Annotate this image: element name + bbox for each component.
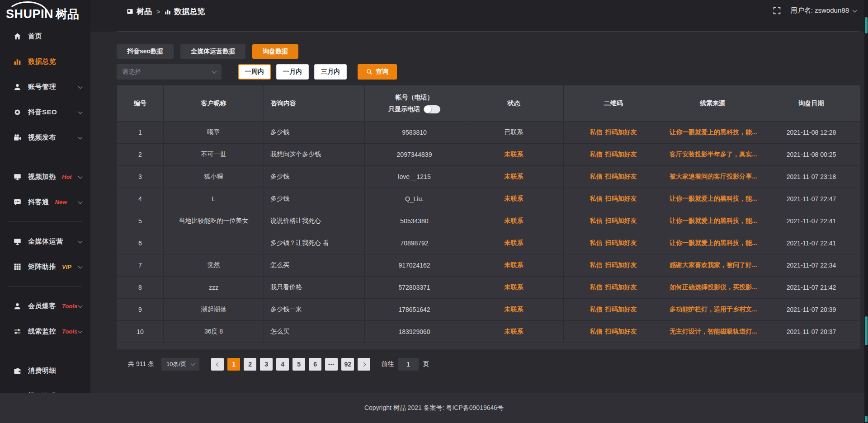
- vertical-scrollbar[interactable]: [864, 0, 868, 423]
- scan-add-friend-link[interactable]: 扫码加好友: [605, 128, 637, 136]
- sidebar-item-douketong[interactable]: 抖客通 New: [0, 189, 90, 215]
- page-button-2[interactable]: 2: [244, 358, 256, 371]
- private-message-link[interactable]: 私信: [590, 239, 603, 247]
- cell-source[interactable]: 让你一眼就爱上的黑科技，能...: [663, 122, 762, 144]
- private-message-link[interactable]: 私信: [590, 328, 603, 336]
- fullscreen-icon[interactable]: [773, 7, 781, 14]
- cell-source[interactable]: 客厅安装投影半年多了，真实...: [663, 144, 762, 166]
- private-message-link[interactable]: 私信: [590, 173, 603, 181]
- cell-qrcode: 私信扫码加好友: [564, 188, 663, 210]
- filter-select[interactable]: 请选择: [117, 64, 222, 80]
- range-three-months-button[interactable]: 三月内: [314, 64, 347, 80]
- sidebar-item-douyin-seo[interactable]: 抖音SEO: [0, 99, 90, 125]
- page-button-5[interactable]: 5: [292, 358, 305, 371]
- sidebar-item-label: 线索监控: [28, 327, 56, 336]
- page-button-6[interactable]: 6: [309, 358, 321, 371]
- sidebar-item-video-heating[interactable]: 视频加热 Hot: [0, 164, 90, 189]
- breadcrumb-root[interactable]: 树品: [127, 6, 152, 17]
- private-message-link[interactable]: 私信: [590, 128, 603, 136]
- cell-account: love__1215: [365, 166, 464, 188]
- search-button[interactable]: 查询: [358, 64, 397, 80]
- toggle-knob: [424, 106, 431, 113]
- topbar: 树品 > 数据总览 用户名: zswodun88: [90, 0, 868, 32]
- sidebar-item-member-baoke[interactable]: 会员爆客 Tools: [0, 293, 90, 319]
- scan-add-friend-link[interactable]: 扫码加好友: [605, 195, 637, 203]
- page-button-1[interactable]: 1: [227, 358, 240, 371]
- table-row: 1 哦章 多少钱 9583810 已联系 私信扫码加好友 让你一眼就爱上的黑科技…: [117, 122, 861, 144]
- chevron-down-icon: [78, 239, 83, 244]
- prev-page-button[interactable]: [211, 358, 224, 371]
- cell-account: 70898792: [365, 232, 464, 254]
- cell-qrcode: 私信扫码加好友: [564, 122, 663, 144]
- sidebar-item-data-overview[interactable]: 数据总览: [0, 49, 90, 74]
- sidebar-item-clue-monitoring[interactable]: 线索监控 Tools: [0, 319, 90, 344]
- cell-source[interactable]: 让你一眼就爱上的黑科技，能...: [663, 232, 762, 254]
- private-message-link[interactable]: 私信: [590, 261, 603, 269]
- cell-qrcode: 私信扫码加好友: [564, 321, 663, 343]
- breadcrumb-current-label: 数据总览: [174, 6, 205, 17]
- cell-source[interactable]: 如何正确选择投影仪，买投影...: [663, 277, 762, 299]
- scrollbar-thumb[interactable]: [865, 316, 868, 345]
- private-message-link[interactable]: 私信: [590, 283, 603, 291]
- user-menu[interactable]: 用户名: zswodun88: [791, 6, 856, 15]
- cell-account: Q_Liu.: [365, 188, 464, 210]
- scrollbar-thumb[interactable]: [865, 416, 868, 422]
- more-pages-button[interactable]: •••: [325, 358, 338, 371]
- page-button-3[interactable]: 3: [260, 358, 273, 371]
- breadcrumb-current[interactable]: 数据总览: [165, 6, 205, 17]
- private-message-link[interactable]: 私信: [590, 217, 603, 225]
- logo: SHUPIN树品: [0, 0, 90, 22]
- page-button-92[interactable]: 92: [341, 358, 354, 371]
- cell-source[interactable]: 多功能护栏灯，适用于乡村文...: [663, 299, 762, 321]
- cell-date: 2021-11-07 20:39: [762, 299, 861, 321]
- sidebar-item-omnimedia-operation[interactable]: 全媒体运营: [0, 229, 90, 254]
- cell-source[interactable]: 让你一眼就爱上的黑科技，能...: [663, 210, 762, 232]
- sidebar-item-account-management[interactable]: 账号管理: [0, 74, 90, 99]
- cell-source[interactable]: 被大家追着问的客厅投影分享...: [663, 166, 762, 188]
- cell-content: 我只看价格: [264, 277, 365, 299]
- cell-source[interactable]: 感谢大家喜欢我家，被问了好...: [663, 254, 762, 277]
- private-message-link[interactable]: 私信: [590, 150, 603, 159]
- private-message-link[interactable]: 私信: [590, 195, 603, 203]
- next-page-button[interactable]: [358, 358, 370, 371]
- scan-add-friend-link[interactable]: 扫码加好友: [605, 239, 637, 247]
- range-one-week-button[interactable]: 一周内: [238, 64, 271, 80]
- scan-add-friend-link[interactable]: 扫码加好友: [605, 283, 637, 291]
- cell-source[interactable]: 无主灯设计，智能磁吸轨道灯...: [663, 321, 762, 343]
- scan-add-friend-link[interactable]: 扫码加好友: [605, 217, 637, 225]
- page-jump-input[interactable]: [398, 358, 419, 371]
- cell-date: 2021-11-07 23:18: [762, 166, 861, 188]
- scan-add-friend-link[interactable]: 扫码加好友: [605, 173, 637, 181]
- page-button-4[interactable]: 4: [276, 358, 289, 371]
- cell-nickname: 狐小狸: [164, 166, 264, 188]
- page-size-select[interactable]: 10条/页: [161, 358, 199, 371]
- scrollbar-thumb[interactable]: [865, 17, 868, 33]
- table-row: 8 zzz 我只看价格 572803371 未联系 私信扫码加好友 如何正确选择…: [117, 277, 861, 299]
- tab-douyin-seo-data[interactable]: 抖音seo数据: [117, 44, 174, 59]
- sidebar-item-video-publish[interactable]: 视频发布: [0, 125, 90, 150]
- tools-badge: Tools: [62, 328, 77, 335]
- cell-qrcode: 私信扫码加好友: [564, 254, 663, 277]
- cell-source[interactable]: 让你一眼就爱上的黑科技，能...: [663, 188, 762, 210]
- cell-qrcode: 私信扫码加好友: [564, 232, 663, 254]
- sidebar-divider: [8, 157, 82, 157]
- tab-omnimedia-data[interactable]: 全媒体运营数据: [180, 44, 245, 59]
- chevron-down-icon: [78, 329, 83, 334]
- cell-account: 50534380: [365, 210, 464, 232]
- sidebar-item-home[interactable]: 首页: [0, 24, 90, 49]
- range-one-month-button[interactable]: 一月内: [276, 64, 309, 80]
- sidebar-item-consumption-details[interactable]: 消费明细: [0, 358, 90, 383]
- private-message-link[interactable]: 私信: [590, 306, 603, 314]
- phone-only-toggle[interactable]: [424, 105, 440, 113]
- scan-add-friend-link[interactable]: 扫码加好友: [605, 150, 637, 159]
- scan-add-friend-link[interactable]: 扫码加好友: [605, 328, 637, 336]
- new-badge: New: [55, 199, 67, 206]
- table-row: 4 L 多少钱 Q_Liu. 未联系 私信扫码加好友 让你一眼就爱上的黑科技，能…: [117, 188, 861, 210]
- tab-inquiry-data[interactable]: 询盘数据: [252, 44, 298, 59]
- sidebar-item-matrix-boost[interactable]: 矩阵助推 VIP: [0, 254, 90, 279]
- cell-status: 未联系: [464, 166, 564, 188]
- cell-date: 2021-11-07 20:37: [762, 321, 861, 343]
- scan-add-friend-link[interactable]: 扫码加好友: [605, 261, 637, 269]
- scan-add-friend-link[interactable]: 扫码加好友: [605, 306, 637, 314]
- bar-chart-icon: [12, 58, 22, 66]
